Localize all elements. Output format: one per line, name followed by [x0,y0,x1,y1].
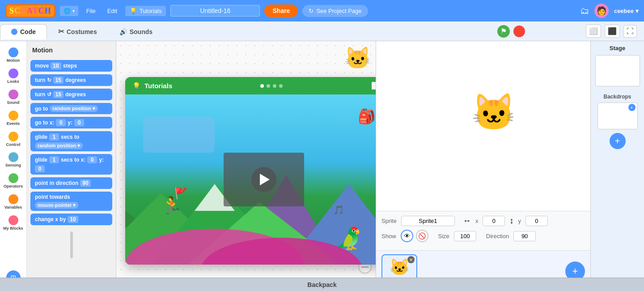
backdrops-title: Backdrops [603,94,631,100]
language-button[interactable]: 🌐 ▾ [60,6,78,16]
block-point-direction[interactable]: point in direction 90 [30,177,112,189]
variables-color-dot [8,194,18,204]
coding-area[interactable]: 🐱 💡 Tutorials Close ✕ [116,41,376,291]
globe-chevron: ▾ [72,9,75,13]
sprite-info-row-1: Sprite ↔ x ↕ y [381,216,585,226]
sidebar-item-motion[interactable]: Motion [0,45,26,66]
stage-title: Stage [610,45,625,51]
backdrop-thumbnail[interactable]: + [597,103,638,129]
tutorial-dot-2[interactable] [267,84,270,88]
add-sprite-icon: + [572,265,578,277]
sidebar-item-sensing[interactable]: Sensing [0,150,26,171]
tutorial-close-button[interactable]: Close ✕ [371,81,376,90]
edit-menu[interactable]: Edit [104,6,121,16]
refresh-icon: ↻ [309,8,314,14]
scene-bag: 🎒 [358,108,376,125]
x-value-input[interactable] [483,216,505,226]
block-change-x[interactable]: change x by 10 [30,214,112,225]
backpack-label: Backpack [307,281,336,288]
sidebar-item-control[interactable]: Control [0,129,26,150]
play-button[interactable] [251,167,276,192]
file-menu[interactable]: File [83,6,99,16]
share-button[interactable]: Share [264,4,298,17]
chevron-down-icon: ▾ [636,8,639,14]
block-goto-position[interactable]: go to random position ▾ [30,103,112,114]
large-stage-button[interactable]: ⬛ [605,25,620,38]
sidebar-item-events[interactable]: Events [0,108,26,129]
control-color-dot [8,132,18,141]
tutorial-dot-4[interactable] [279,84,283,88]
y-label: y [518,218,521,224]
y-value-input[interactable] [525,216,548,226]
sound-label: Sound [7,101,20,105]
scratch-logo[interactable]: SCRATCH [5,4,55,18]
stage-right-panel: Stage Backdrops + + [590,41,644,291]
cat-sprite-stage: 🐱 [471,91,516,133]
project-name-input[interactable] [170,5,260,17]
block-turn-ccw[interactable]: turn ↺ 15 degrees [30,89,112,100]
add-backdrop-to-thumb-button[interactable]: + [628,104,636,111]
tab-costumes[interactable]: ✂ Costumes [47,23,108,40]
block-goto-xy[interactable]: go to x: 0 y: 0 [30,117,112,128]
globe-icon: 🌐 [64,8,71,14]
sprite-info-row-2: Show 👁 🚫 Size Direction [381,230,585,242]
sensing-label: Sensing [5,163,21,168]
sidebar-item-operators[interactable]: Operators [0,171,26,192]
myblocks-label: My Blocks [3,227,23,231]
tabbar: Code ✂ Costumes 🔊 Sounds ⚑ ⬜ ⬛ ⛶ [0,21,644,41]
operators-color-dot [8,173,18,183]
control-label: Control [6,143,21,147]
sprite-name-input[interactable] [401,216,455,226]
blocks-panel: Motion move 10 steps turn ↻ 15 degrees t… [27,41,116,291]
show-label: Show [381,233,396,240]
small-stage-button[interactable]: ⬜ [586,25,601,38]
scene-bird: 🦜 [335,226,362,251]
green-flag-button[interactable]: ⚑ [497,25,510,38]
sound-color-dot [8,90,18,99]
block-glide-position[interactable]: glide 1 secs to random position ▾ [30,131,112,151]
sprite-close-button[interactable]: ✕ [407,256,415,263]
fullscreen-button[interactable]: ⛶ [623,25,637,38]
variables-label: Variables [4,205,22,210]
block-glide-xy[interactable]: glide 1 secs to x: 0 y: 0 [30,154,112,175]
direction-input[interactable] [513,231,536,241]
block-turn-cw[interactable]: turn ↻ 15 degrees [30,74,112,86]
tab-sounds[interactable]: 🔊 Sounds [108,24,164,39]
myblocks-color-dot [8,215,18,225]
username-button[interactable]: ceebee ▾ [614,8,639,14]
block-move-steps[interactable]: move 10 steps [30,60,112,72]
see-project-button[interactable]: ↻ See Project Page [302,5,368,17]
blocks-panel-title: Motion [30,45,112,56]
operators-label: Operators [4,184,23,189]
costume-icon: ✂ [58,27,64,36]
events-color-dot [8,111,18,120]
sprite-label: Sprite [381,218,397,224]
folder-button[interactable]: 🗂 [580,6,589,16]
block-point-towards[interactable]: point towards mouse-pointer ▾ [30,192,112,211]
tab-code[interactable]: Code [0,24,47,39]
scene-music-notes: 🎵 [333,205,344,215]
tutorial-overlay: 💡 Tutorials Close ✕ [125,77,376,265]
show-eye-open-button[interactable]: 👁 [401,230,413,242]
looks-label: Looks [7,80,19,84]
cat-sprite-coding: 🐱 [344,46,371,71]
sidebar-item-variables[interactable]: Variables [0,192,26,213]
sidebar-item-sound[interactable]: Sound [0,87,26,108]
sprite-info-panel: Sprite ↔ x ↕ y Show 👁 🚫 Size Direction [376,211,590,250]
tutorial-header: 💡 Tutorials Close ✕ [125,77,376,94]
tutorials-button[interactable]: 💡 Tutorials [125,6,166,16]
motion-color-dot [8,47,18,57]
sidebar-item-looks[interactable]: Looks [0,66,26,87]
tutorial-dot-3[interactable] [273,84,276,88]
add-backdrop-button[interactable]: + [610,133,626,149]
show-eye-closed-button[interactable]: 🚫 [416,230,428,242]
size-input[interactable] [454,231,476,241]
stop-button[interactable] [513,26,525,37]
looks-color-dot [8,68,18,78]
tutorial-dot-1[interactable] [260,84,264,88]
backpack-bar[interactable]: Backpack [0,278,644,291]
sidebar-item-myblocks[interactable]: My Blocks [0,213,26,234]
show-eyes-buttons: 👁 🚫 [401,230,428,242]
folder-icon: 🗂 [580,6,589,16]
topbar: SCRATCH 🌐 ▾ File Edit 💡 Tutorials Share … [0,0,644,21]
